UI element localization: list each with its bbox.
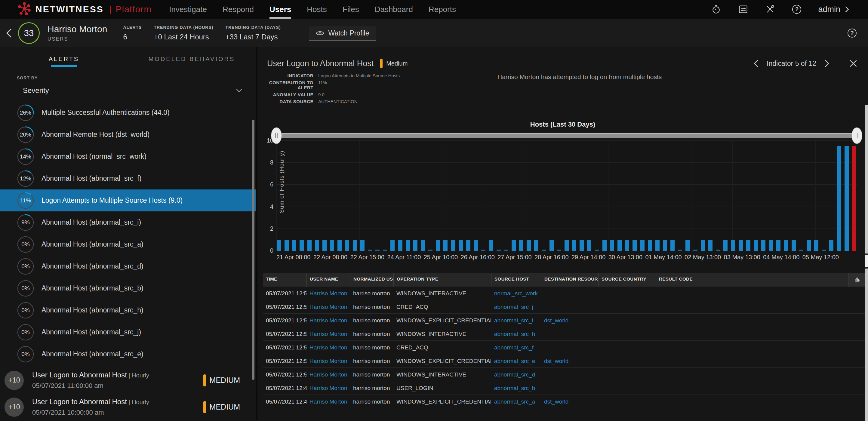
chart-bar[interactable] [746,240,750,251]
chart-bar[interactable] [307,240,312,251]
close-icon[interactable] [849,60,857,67]
column-header[interactable]: SOURCE COUNTRY [598,273,656,287]
cell-user[interactable]: Harriso Morton [307,341,350,354]
indicator-list-item[interactable]: 0%Abnormal Host (abnormal_src_a) [0,233,256,255]
column-settings-gear-icon[interactable] [848,273,865,287]
column-header[interactable]: SOURCE HOST [491,273,541,287]
chart-bar[interactable] [761,240,766,251]
chart-bar[interactable] [300,240,304,251]
cell-user[interactable]: Harriso Morton [307,368,350,381]
chart-bar-anomaly-range[interactable] [852,146,856,251]
indicator-list-item[interactable]: 20%Abnormal Remote Host (dst_world) [0,124,256,145]
cell-user[interactable]: Harriso Morton [307,395,350,408]
chart-bar[interactable] [481,250,486,251]
cell-user[interactable]: Harriso Morton [307,327,350,341]
nav-item-hosts[interactable]: Hosts [307,0,327,19]
indicator-list-item[interactable]: 0%Abnormal Host (abnormal_src_d) [0,255,256,277]
chart-bar[interactable] [383,250,387,251]
chart-bar[interactable] [564,240,569,251]
cell-user[interactable]: Harriso Morton [307,300,350,314]
slider-handle-right[interactable] [851,128,862,144]
cell-source_host[interactable]: abnormal_src_d [491,368,541,381]
watch-profile-button[interactable]: Watch Profile [309,26,376,41]
slider-handle-left[interactable] [271,128,282,144]
chart-bar-anomaly-range[interactable] [837,146,841,251]
chart-bar[interactable] [792,240,796,251]
chart-bar[interactable] [292,240,296,251]
tools-icon[interactable] [765,4,775,14]
indicator-list-item[interactable]: 0%Abnormal Host (abnormal_src_j) [0,321,256,343]
cell-user[interactable]: Harriso Morton [307,287,350,300]
chart-bar[interactable] [602,240,607,251]
help-icon[interactable]: ? [792,5,801,14]
brand[interactable]: NETWITNESS | Platform [0,2,152,17]
chart-bar[interactable] [557,250,561,251]
column-header[interactable]: OPERATION TYPE [394,273,491,287]
chart-bar[interactable] [391,240,395,251]
admin-menu[interactable]: admin [818,5,849,14]
chart-bar[interactable] [413,240,417,251]
chart-bar[interactable] [671,240,675,251]
chart-bar[interactable] [829,240,833,251]
chart-bar[interactable] [693,250,698,251]
chart-bar[interactable] [731,240,735,251]
chart-bar[interactable] [406,240,410,251]
nav-item-dashboard[interactable]: Dashboard [375,0,413,19]
indicator-list-item[interactable]: 14%Abnormal Host (normal_src_work) [0,145,256,167]
chart-bar[interactable] [466,240,470,251]
column-header[interactable]: DESTINATION RESOURCE [541,273,598,287]
chart-bar[interactable] [807,240,811,251]
chart-bar[interactable] [451,240,455,251]
chart-bar[interactable] [678,250,682,251]
nav-item-respond[interactable]: Respond [223,0,254,19]
tab-modeled-behaviors[interactable]: MODELED BEHAVIORS [128,47,256,71]
user-score-badge[interactable]: 33 [18,22,40,44]
column-header[interactable]: RESULT CODE [656,273,848,287]
chart-bar[interactable] [398,240,402,251]
chart-bar[interactable] [655,240,659,251]
chart-bar[interactable] [632,240,637,251]
chart-bar[interactable] [428,250,433,251]
stopwatch-icon[interactable] [711,4,721,14]
chart-bar[interactable] [345,240,349,251]
back-button[interactable] [0,28,18,38]
indicator-list-item[interactable]: 0%Abnormal Host (abnormal_src_h) [0,299,256,321]
chart-bar[interactable] [814,240,818,251]
chart-bar[interactable] [489,240,493,251]
column-header[interactable]: TIME [263,273,307,287]
chart-bar[interactable] [436,240,440,251]
chart-bar[interactable] [572,240,576,251]
chart-bar[interactable] [315,240,319,251]
cell-destination[interactable]: dst_world [541,354,598,368]
chart-bar[interactable] [542,250,546,251]
cell-user[interactable]: Harriso Morton [307,354,350,368]
chart-bar[interactable] [701,240,705,251]
indicator-list-item[interactable]: 26%Multiple Successful Authentications (… [0,102,256,124]
nav-item-reports[interactable]: Reports [429,0,456,19]
cell-user[interactable]: Harriso Morton [307,314,350,327]
chart-bar[interactable] [799,250,803,251]
chart-bar[interactable] [474,240,478,251]
nav-item-investigate[interactable]: Investigate [169,0,207,19]
chart-bar[interactable] [716,250,720,251]
chart-bar[interactable] [368,250,372,251]
cell-source_host[interactable]: abnormal_src_i [491,314,541,327]
chart-bar[interactable] [769,240,773,251]
chart-bar[interactable] [550,240,554,251]
chart-bar[interactable] [610,240,614,251]
chart-bar[interactable] [640,240,645,251]
chart-bar[interactable] [617,240,622,251]
cell-destination[interactable]: dst_world [541,395,598,408]
chart-bar[interactable] [284,240,289,251]
column-header[interactable]: USER NAME [307,273,350,287]
chart-bar[interactable] [723,240,727,251]
cell-source_host[interactable]: abnormal_src_j [491,300,541,314]
chart-bar[interactable] [648,240,652,251]
cell-destination[interactable]: dst_world [541,314,598,327]
previous-indicator-button[interactable] [753,59,759,68]
chart-bar[interactable] [784,240,788,251]
chart-bar[interactable] [776,240,780,251]
cell-source_host[interactable]: abnormal_src_b [491,381,541,395]
next-indicator-button[interactable] [824,59,830,68]
alert-card[interactable]: +10User Logon to Abnormal Host | Hourly0… [0,394,256,420]
